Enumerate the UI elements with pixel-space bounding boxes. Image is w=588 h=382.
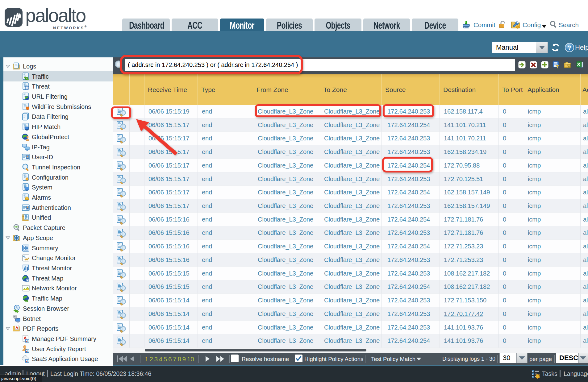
svg-text:x: x bbox=[27, 279, 28, 282]
svg-text:x: x bbox=[26, 86, 28, 90]
